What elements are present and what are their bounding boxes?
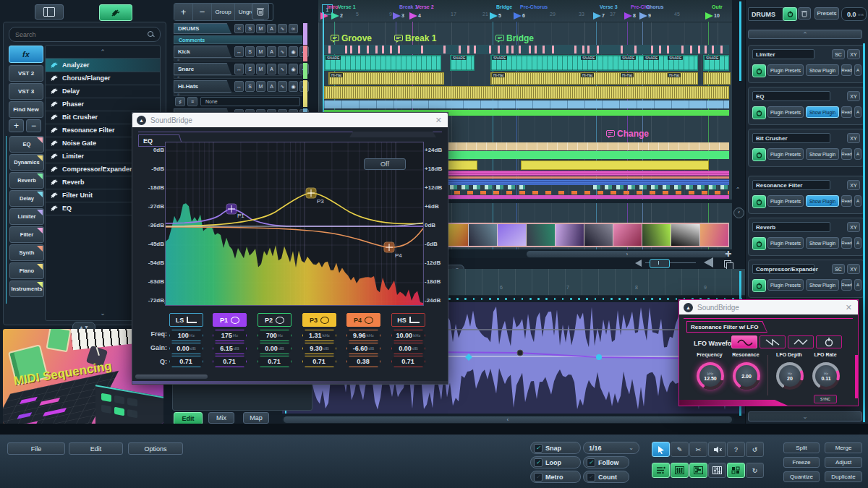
- fx-plugin-presets-button[interactable]: Plugin Presets: [767, 237, 804, 249]
- fx-name-field[interactable]: Resonance Filter: [752, 180, 830, 190]
- eq-band-button-p4[interactable]: P4: [346, 313, 380, 327]
- tracks-view-button[interactable]: [652, 463, 670, 478]
- fx-name-field[interactable]: Bit Crusher: [752, 133, 830, 143]
- eq-band-gain-field[interactable]: 0.00dB: [391, 343, 425, 354]
- eq-band-q-field[interactable]: 0.71: [213, 356, 247, 367]
- scissors-button[interactable]: ✂: [689, 442, 707, 457]
- lfo-dialog-titlebar[interactable]: ▲ SoundBridge ✕: [679, 300, 858, 314]
- eq-band-button-hs[interactable]: HS: [391, 313, 425, 327]
- fx-plugin-presets-button[interactable]: Plugin Presets: [767, 195, 804, 207]
- sidebar-category-limiter[interactable]: Limiter: [9, 208, 44, 225]
- fx-power-button[interactable]: [752, 148, 766, 161]
- menu-options[interactable]: Options: [128, 442, 183, 455]
- eq-point-p1[interactable]: P1: [226, 204, 244, 219]
- timeline-ruler[interactable]: [318, 0, 732, 22]
- midi-icon[interactable]: ♯: [175, 97, 185, 106]
- toggle-follow[interactable]: ✓Follow: [583, 456, 629, 468]
- region-label-change[interactable]: Change: [606, 129, 649, 139]
- plugin-list-scroll-up[interactable]: ⌃: [46, 46, 160, 59]
- action-freeze-button[interactable]: Freeze: [783, 457, 820, 468]
- lfo-waveform-sine-button[interactable]: [731, 335, 757, 348]
- fx-read-button[interactable]: Read: [841, 148, 852, 160]
- eq-band-gain-field[interactable]: 9.30dB: [302, 343, 336, 354]
- eq-band-freq-field[interactable]: 1.31kHz: [302, 330, 336, 341]
- comments-row[interactable]: Comments: [174, 35, 302, 44]
- channel-presets-button[interactable]: Presets: [814, 7, 839, 20]
- fx-xy-button[interactable]: XY: [847, 264, 860, 274]
- grid-size-dropdown[interactable]: 1/16⌄: [583, 442, 639, 454]
- delete-track-button[interactable]: [252, 3, 269, 20]
- sidebar-category-filter[interactable]: Filter: [9, 226, 44, 243]
- fx-automation-button[interactable]: A: [854, 279, 861, 291]
- cursor-button[interactable]: [652, 442, 670, 457]
- fx-power-button[interactable]: [752, 237, 766, 250]
- fx-name-field[interactable]: Compressor/Expander: [752, 264, 814, 274]
- track-name[interactable]: Hi-Hats: [174, 80, 231, 93]
- solo-button[interactable]: S: [245, 24, 255, 33]
- panel-collapse-arrow[interactable]: ‹: [733, 207, 744, 218]
- region-label-bridge[interactable]: Bridge: [495, 33, 534, 43]
- fx-scroll-down[interactable]: ⌄: [748, 411, 862, 421]
- fx-vscroll-indicator[interactable]: [863, 43, 865, 422]
- automation-button[interactable]: A: [267, 24, 276, 33]
- mute-button[interactable]: M: [256, 64, 265, 74]
- lfo-waveform-saw-button[interactable]: [760, 335, 786, 348]
- solo-button[interactable]: S: [245, 46, 255, 57]
- plugin-item-analyzer[interactable]: Analyzer: [46, 59, 160, 72]
- fx-sc-button[interactable]: SC: [832, 49, 845, 59]
- clip-blocks[interactable]: [438, 185, 525, 189]
- plugin-item-phaser[interactable]: Phaser: [46, 98, 160, 111]
- fx-power-button[interactable]: [752, 195, 766, 208]
- mute-button[interactable]: M: [256, 24, 265, 33]
- curve-icon[interactable]: ∿: [278, 81, 287, 92]
- eq-band-q-field[interactable]: 0.38: [346, 356, 380, 367]
- fx-name-field[interactable]: Limiter: [752, 49, 814, 59]
- tab-map[interactable]: Map: [243, 412, 269, 424]
- action-duplicate-button[interactable]: Duplicate: [825, 471, 862, 482]
- fx-xy-button[interactable]: XY: [847, 133, 860, 143]
- toggle-count[interactable]: ✓Count: [583, 471, 629, 483]
- eq-band-gain-field[interactable]: 0.00dB: [258, 343, 292, 354]
- clip-hihat[interactable]: [328, 72, 444, 85]
- remove-track-button[interactable]: −: [193, 4, 212, 20]
- track-row-kick[interactable]: Kick↔SMA∿◉◀: [174, 46, 302, 58]
- plugin-item-chorus-flanger[interactable]: Chorus/Flanger: [46, 72, 160, 85]
- clip-hihat[interactable]: [490, 72, 698, 85]
- vscroll-indicator-top[interactable]: [739, 1, 741, 81]
- curve-icon[interactable]: ∿: [278, 64, 287, 74]
- hscroll-thumb[interactable]: ›: [527, 251, 728, 257]
- fx-name-field[interactable]: EQ: [752, 91, 830, 101]
- fx-xy-button[interactable]: XY: [847, 180, 860, 190]
- hihat-output-dropdown[interactable]: None: [200, 97, 300, 106]
- eq-band-button-p1[interactable]: P1: [213, 313, 247, 327]
- fx-plugin-presets-button[interactable]: Plugin Presets: [767, 148, 804, 160]
- clip-blocks[interactable]: [593, 185, 729, 189]
- track-row-drums[interactable]: DRUMS‹‹SMA∿∞: [174, 23, 302, 34]
- eq-band-freq-field[interactable]: 700Hz: [258, 330, 292, 341]
- curve-icon[interactable]: ∿: [278, 46, 287, 57]
- scroll-up-arrow[interactable]: ⌃: [733, 187, 743, 194]
- fx-power-button[interactable]: [752, 64, 766, 77]
- knob-lfo-rate[interactable]: Hz0.11: [812, 362, 840, 390]
- fx-name-field[interactable]: Reverb: [752, 222, 830, 232]
- plugin-view-button[interactable]: [99, 4, 132, 21]
- fx-show-plugin-button[interactable]: Show Plugin: [806, 64, 839, 76]
- sidebar-category-delay[interactable]: Delay: [9, 190, 44, 207]
- resize-icon[interactable]: ↔: [234, 46, 244, 57]
- fx-automation-button[interactable]: A: [854, 237, 861, 249]
- eq-band-gain-field[interactable]: 0.00dB: [169, 343, 203, 354]
- eq-bottom-scrollbar[interactable]: [135, 374, 208, 379]
- fx-plugin-presets-button[interactable]: Plugin Presets: [767, 64, 804, 76]
- close-icon[interactable]: ✕: [435, 116, 442, 125]
- group-button[interactable]: Group: [212, 4, 235, 20]
- sidebar-category-reverb[interactable]: Reverb: [9, 172, 44, 189]
- layout-view-button[interactable]: [35, 4, 64, 20]
- channel-delete-button[interactable]: [798, 7, 811, 20]
- clip-yellow[interactable]: [521, 160, 709, 170]
- wave-hscrollbar[interactable]: ‹: [282, 416, 734, 424]
- add-plugin-button[interactable]: +: [9, 119, 24, 132]
- automation-button[interactable]: A: [267, 64, 276, 74]
- pattern-editor-button[interactable]: [727, 463, 745, 478]
- fx-show-plugin-button[interactable]: Show Plugin: [806, 106, 839, 118]
- clip-bar[interactable]: [324, 100, 729, 108]
